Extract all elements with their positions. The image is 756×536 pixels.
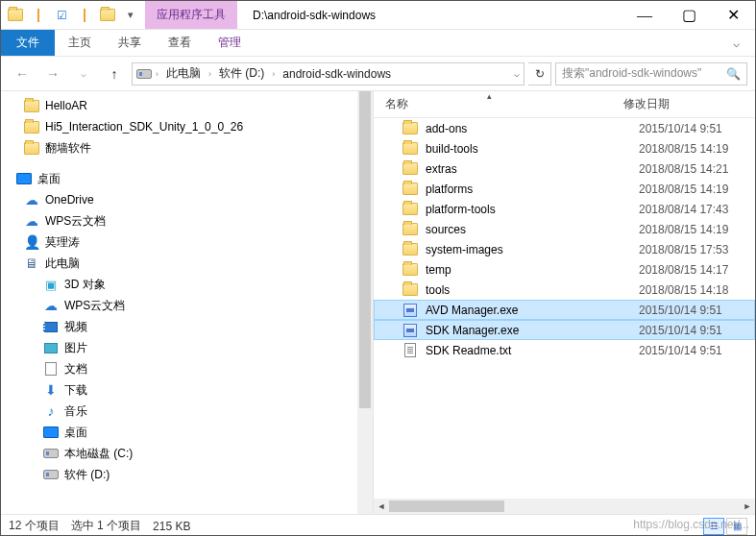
file-date: 2015/10/14 9:51 bbox=[639, 122, 722, 135]
tree-this-pc[interactable]: 🖥此电脑 bbox=[9, 253, 373, 274]
file-list-pane: ▴ 名称 修改日期 add-ons2015/10/14 9:51build-to… bbox=[374, 91, 755, 514]
scrollbar-thumb[interactable] bbox=[389, 500, 504, 512]
folder-icon bbox=[402, 262, 418, 278]
up-button[interactable]: ↑ bbox=[101, 62, 128, 85]
status-size: 215 KB bbox=[153, 520, 190, 533]
minimize-button[interactable]: — bbox=[622, 1, 667, 29]
qat-dropdown-icon[interactable]: ▾ bbox=[120, 5, 141, 26]
expand-ribbon-icon[interactable]: ⌵ bbox=[717, 30, 755, 56]
tree-folder-item[interactable]: Hi5_Interaction_SDK_Unity_1_0_0_26 bbox=[9, 116, 373, 137]
scroll-left-icon[interactable]: ◄ bbox=[374, 501, 389, 511]
search-icon[interactable]: 🔍 bbox=[726, 67, 741, 81]
column-headers[interactable]: ▴ 名称 修改日期 bbox=[374, 91, 755, 118]
file-date: 2018/08/15 14:17 bbox=[639, 263, 728, 277]
folder-icon[interactable] bbox=[5, 5, 26, 26]
folder-icon bbox=[24, 119, 39, 134]
desktop-icon bbox=[16, 171, 32, 186]
tree-scrollbar[interactable] bbox=[357, 91, 373, 514]
breadcrumb-segment[interactable]: android-sdk-windows bbox=[279, 67, 395, 81]
tree-pc-child[interactable]: 视频 bbox=[9, 316, 373, 337]
horizontal-scrollbar[interactable]: ◄ ► bbox=[374, 499, 755, 514]
chevron-right-icon[interactable]: › bbox=[208, 69, 211, 79]
qat-separator bbox=[74, 5, 95, 26]
tree-item-label: 下载 bbox=[64, 382, 87, 399]
tree-user[interactable]: 👤莫理涛 bbox=[9, 231, 373, 253]
tree-pc-child[interactable]: ♪音乐 bbox=[9, 401, 373, 422]
file-date: 2015/10/14 9:51 bbox=[639, 304, 722, 317]
back-button[interactable]: ← bbox=[9, 62, 36, 85]
tree-pc-child[interactable]: 软件 (D:) bbox=[9, 464, 373, 485]
tree-pc-child[interactable]: ⬇下载 bbox=[9, 379, 373, 401]
file-row[interactable]: build-tools2018/08/15 14:19 bbox=[374, 138, 755, 158]
tree-wps[interactable]: ☁WPS云文档 bbox=[9, 210, 373, 231]
file-row[interactable]: platform-tools2018/08/14 17:43 bbox=[374, 199, 755, 219]
chevron-right-icon[interactable]: › bbox=[272, 69, 275, 79]
refresh-button[interactable]: ↻ bbox=[528, 62, 551, 85]
file-row[interactable]: tools2018/08/15 14:18 bbox=[374, 280, 755, 300]
address-bar-row: ← → ⌵ ↑ › 此电脑 › 软件 (D:) › android-sdk-wi… bbox=[1, 57, 755, 91]
tree-item-label: 图片 bbox=[64, 340, 87, 356]
file-row[interactable]: extras2018/08/15 14:21 bbox=[374, 158, 755, 179]
close-button[interactable]: ✕ bbox=[711, 1, 755, 29]
column-name[interactable]: 名称 bbox=[385, 96, 623, 112]
address-dropdown-icon[interactable]: ⌵ bbox=[514, 68, 520, 79]
window-controls: — ▢ ✕ bbox=[622, 1, 755, 29]
breadcrumb[interactable]: › 此电脑 › 软件 (D:) › android-sdk-windows ⌵ bbox=[132, 62, 524, 85]
breadcrumb-segment[interactable]: 软件 (D:) bbox=[215, 65, 268, 82]
file-name: AVD Manager.exe bbox=[426, 304, 639, 317]
tree-item-label: 音乐 bbox=[64, 403, 87, 420]
recent-dropdown-icon[interactable]: ⌵ bbox=[70, 62, 97, 85]
file-row[interactable]: add-ons2015/10/14 9:51 bbox=[374, 118, 755, 138]
thumbnails-view-button[interactable]: ▦ bbox=[726, 518, 747, 535]
manage-tab[interactable]: 管理 bbox=[205, 30, 255, 56]
file-row[interactable]: temp2018/08/15 14:17 bbox=[374, 259, 755, 280]
breadcrumb-segment[interactable]: 此电脑 bbox=[162, 65, 205, 82]
file-date: 2018/08/15 17:53 bbox=[639, 243, 728, 256]
column-date[interactable]: 修改日期 bbox=[623, 96, 739, 112]
tree-pc-child[interactable]: ▣3D 对象 bbox=[9, 274, 373, 295]
properties-icon[interactable]: ☑ bbox=[51, 5, 72, 26]
folder-icon[interactable] bbox=[97, 5, 118, 26]
tree-item-label: Hi5_Interaction_SDK_Unity_1_0_0_26 bbox=[45, 120, 243, 134]
tree-pc-child[interactable]: ☁WPS云文档 bbox=[9, 295, 373, 316]
window-title: D:\android-sdk-windows bbox=[237, 1, 622, 29]
search-placeholder: 搜索"android-sdk-windows" bbox=[562, 65, 722, 82]
tree-pc-child[interactable]: 图片 bbox=[9, 337, 373, 358]
file-row[interactable]: SDK Manager.exe2015/10/14 9:51 bbox=[374, 320, 755, 340]
navigation-tree[interactable]: HelloARHi5_Interaction_SDK_Unity_1_0_0_2… bbox=[1, 91, 374, 514]
chevron-right-icon[interactable]: › bbox=[156, 69, 159, 79]
file-row[interactable]: sources2018/08/15 14:19 bbox=[374, 219, 755, 239]
tree-pc-child[interactable]: 桌面 bbox=[9, 422, 373, 443]
quick-access-toolbar: ☑ ▾ bbox=[1, 1, 145, 29]
tree-folder-item[interactable]: 翻墙软件 bbox=[9, 137, 373, 158]
scrollbar-thumb[interactable] bbox=[359, 91, 371, 408]
file-list[interactable]: add-ons2015/10/14 9:51build-tools2018/08… bbox=[374, 118, 755, 499]
cloud-icon: ☁ bbox=[43, 298, 59, 313]
folder-icon bbox=[402, 161, 418, 177]
scroll-right-icon[interactable]: ► bbox=[740, 501, 755, 511]
file-row[interactable]: SDK Readme.txt2015/10/14 9:51 bbox=[374, 340, 755, 360]
status-item-count: 12 个项目 bbox=[9, 518, 60, 534]
tree-folder-item[interactable]: HelloAR bbox=[9, 95, 373, 116]
search-input[interactable]: 搜索"android-sdk-windows" 🔍 bbox=[555, 62, 747, 85]
file-date: 2018/08/15 14:18 bbox=[639, 283, 728, 297]
folder-icon bbox=[402, 182, 418, 197]
tree-onedrive[interactable]: ☁OneDrive bbox=[9, 189, 373, 210]
tree-item-label: 桌面 bbox=[64, 425, 87, 441]
file-name: sources bbox=[426, 223, 639, 236]
tree-desktop[interactable]: 桌面 bbox=[9, 168, 373, 189]
maximize-button[interactable]: ▢ bbox=[667, 1, 711, 29]
tree-pc-child[interactable]: 本地磁盘 (C:) bbox=[9, 443, 373, 464]
file-row[interactable]: system-images2018/08/15 17:53 bbox=[374, 239, 755, 259]
share-tab[interactable]: 共享 bbox=[105, 30, 155, 56]
file-row[interactable]: AVD Manager.exe2015/10/14 9:51 bbox=[374, 300, 755, 320]
file-row[interactable]: platforms2018/08/15 14:19 bbox=[374, 179, 755, 199]
forward-button[interactable]: → bbox=[39, 62, 66, 85]
file-tab[interactable]: 文件 bbox=[1, 30, 55, 56]
file-date: 2018/08/15 14:19 bbox=[639, 223, 728, 236]
view-tab[interactable]: 查看 bbox=[155, 30, 205, 56]
details-view-button[interactable]: ☰ bbox=[703, 518, 724, 535]
tree-pc-child[interactable]: 文档 bbox=[9, 358, 373, 379]
home-tab[interactable]: 主页 bbox=[55, 30, 105, 56]
cloud-icon: ☁ bbox=[24, 192, 39, 207]
